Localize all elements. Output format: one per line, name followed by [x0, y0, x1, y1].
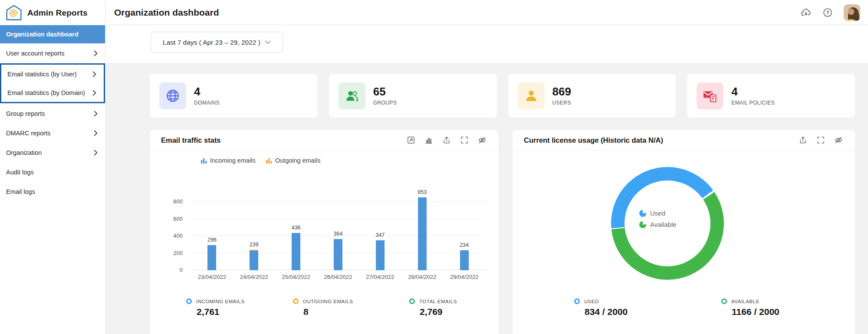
bar-28-04-2022: [418, 197, 427, 270]
chevron-down-icon: [265, 40, 271, 44]
bar-segment-incoming: [292, 233, 300, 270]
license-card-title: Current license usage (Historic data N/A…: [524, 136, 663, 144]
app-logo-icon: [5, 4, 23, 22]
sidebar-item-dmarc-reports[interactable]: DMARC reports: [0, 123, 105, 143]
stat-value: 8: [303, 307, 353, 317]
summary-card-email-policies: 4 EMAIL POLICIES: [687, 74, 855, 118]
chart-type-icon[interactable]: [424, 136, 433, 144]
license-legend: Used Available: [639, 210, 677, 232]
summary-card-users: 869 USERS: [508, 74, 676, 118]
page-title: Organization dashboard: [105, 7, 219, 18]
charts-row: Email traffic stats Incoming emailsOutgo…: [150, 130, 855, 334]
legend-item-outgoing-emails[interactable]: Outgoing emails: [266, 157, 321, 164]
bar-segment-incoming: [334, 239, 342, 270]
export-icon[interactable]: [799, 136, 807, 144]
ring-dot-icon: [293, 298, 299, 304]
chevron-right-icon: [94, 150, 98, 156]
fullscreen-icon[interactable]: [460, 136, 469, 144]
bar-value-label: 239: [250, 242, 259, 248]
chevron-right-icon: [92, 71, 96, 77]
sidebar-item-email-statistics-by-domain[interactable]: Email statistics (by Domain): [1, 83, 104, 102]
bar-segment-incoming: [250, 251, 258, 270]
license-usage-card: Current license usage (Historic data N/A…: [513, 130, 855, 334]
email-traffic-toolbar: [407, 136, 487, 144]
mini-bars-icon: [201, 157, 207, 164]
sidebar-item-audit-logs[interactable]: Audit logs: [0, 162, 105, 182]
legend-label: Available: [650, 221, 677, 228]
stat-value: 2,761: [197, 307, 245, 317]
hide-icon[interactable]: [478, 136, 487, 144]
license-legend-available[interactable]: Available: [639, 221, 677, 228]
fullscreen-icon[interactable]: [816, 136, 825, 144]
sidebar-item-email-statistics-by-user[interactable]: Email statistics (by User): [1, 65, 104, 83]
email-policy-icon: [697, 82, 723, 109]
legend-label: Used: [650, 210, 665, 217]
bar-segment-incoming: [207, 245, 216, 270]
license-legend-used[interactable]: Used: [639, 210, 677, 217]
date-range-select[interactable]: Last 7 days ( Apr 23 – 29, 2022 ): [151, 32, 283, 53]
date-range-label: Last 7 days ( Apr 23 – 29, 2022 ): [163, 39, 260, 46]
ring-dot-icon: [186, 298, 192, 304]
sidebar-item-label: Email statistics (by User): [7, 71, 77, 78]
hide-icon[interactable]: [834, 136, 843, 144]
chevron-right-icon: [92, 90, 96, 96]
y-tick-label: 600: [173, 216, 183, 222]
stat-incoming-emails: INCOMING EMAILS 2,761: [186, 298, 245, 317]
x-tick-label: 27/04/2022: [359, 274, 401, 280]
stat-total-emails: TOTAL EMAILS 2,769: [409, 298, 457, 317]
sidebar-item-organization-dashboard[interactable]: Organization dashboard: [0, 25, 105, 43]
sidebar-item-user-account-reports[interactable]: User account reports: [0, 43, 105, 63]
ring-dot-icon: [574, 298, 580, 304]
license-toolbar: [799, 136, 843, 144]
license-card-header: Current license usage (Historic data N/A…: [513, 130, 855, 151]
email-traffic-card: Email traffic stats Incoming emailsOutgo…: [150, 130, 499, 334]
x-tick-label: 23/04/2022: [191, 274, 233, 280]
y-tick-label: 800: [173, 198, 183, 205]
legend-label: Incoming emails: [210, 157, 256, 164]
bar-segment-incoming: [418, 197, 427, 270]
bar-26-04-2022: [334, 239, 342, 270]
email-chart-legend: Incoming emailsOutgoing emails: [201, 157, 321, 164]
summary-card-groups: 65 GROUPS: [329, 74, 497, 118]
bar-23-04-2022: [207, 245, 216, 270]
sidebar-item-organization[interactable]: Organization: [0, 143, 105, 162]
chart-bars: 296 239 436 364 347 853 234: [191, 202, 485, 270]
main-area: Organization dashboard ?: [105, 0, 868, 334]
chevron-right-icon: [94, 130, 98, 136]
user-avatar[interactable]: [844, 4, 860, 21]
legend-item-incoming-emails[interactable]: Incoming emails: [201, 157, 256, 164]
sidebar-item-label: Organization: [6, 149, 42, 156]
bar-slot: 296: [191, 202, 233, 270]
sidebar-item-label: Email logs: [6, 188, 35, 195]
stat-label: INCOMING EMAILS: [196, 299, 245, 304]
y-tick-label: 400: [173, 232, 183, 239]
open-in-new-icon[interactable]: [407, 136, 415, 144]
stat-label: OUTGOING EMAILS: [303, 299, 353, 304]
summary-label: EMAIL POLICIES: [731, 100, 775, 106]
summary-card-domains: 4 DOMAINS: [150, 74, 318, 118]
chevron-right-icon: [94, 50, 98, 56]
bar-24-04-2022: [250, 250, 258, 270]
bar-slot: 239: [233, 202, 275, 270]
bar-slot: 436: [275, 202, 317, 270]
sidebar-nav: Organization dashboardUser account repor…: [0, 25, 105, 201]
export-icon[interactable]: [442, 136, 451, 144]
bar-value-label: 296: [207, 237, 217, 243]
stat-used: USED 834 / 2000: [574, 298, 628, 317]
svg-text:?: ?: [826, 10, 829, 15]
email-traffic-card-title: Email traffic stats: [161, 136, 221, 144]
bar-segment-incoming: [376, 240, 385, 270]
bar-27-04-2022: [376, 240, 385, 270]
summary-value: 65: [373, 86, 397, 98]
sidebar-item-email-logs[interactable]: Email logs: [0, 182, 105, 201]
chevron-right-icon: [94, 111, 98, 117]
help-icon[interactable]: ?: [822, 7, 833, 18]
bar-value-label: 347: [375, 232, 385, 238]
header-actions: ?: [800, 0, 860, 25]
sidebar-item-group-reports[interactable]: Group reports: [0, 104, 105, 123]
sidebar-item-label: DMARC reports: [6, 130, 50, 137]
top-header: Organization dashboard ?: [105, 0, 868, 25]
cloud-download-icon[interactable]: [800, 7, 812, 18]
bar-slot: 347: [359, 202, 401, 270]
filter-bar: Last 7 days ( Apr 23 – 29, 2022 ): [105, 25, 868, 63]
